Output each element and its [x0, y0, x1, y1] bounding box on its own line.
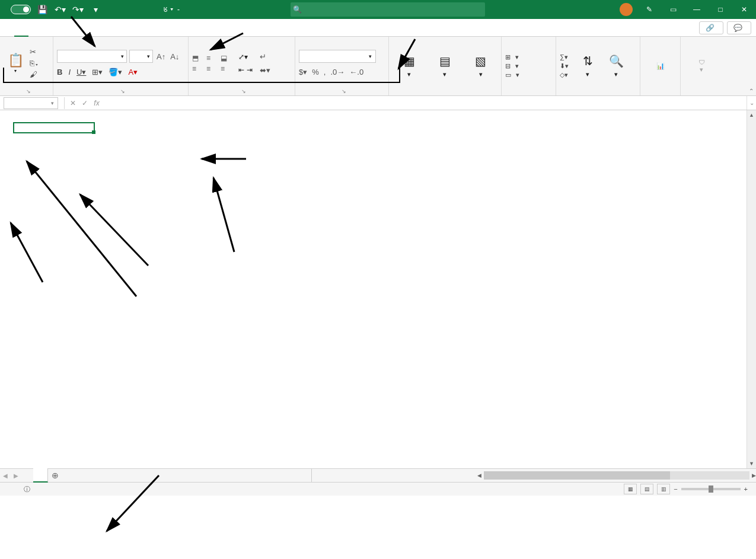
conditional-formatting-icon: ▦ — [404, 54, 415, 68]
font-dialog-icon[interactable]: ↘ — [120, 88, 125, 94]
tab-formulas[interactable] — [57, 19, 71, 37]
tab-file[interactable] — [0, 19, 14, 37]
tab-acrobat[interactable] — [128, 19, 142, 37]
accounting-format-icon[interactable]: $▾ — [299, 68, 307, 76]
clear-icon[interactable]: ◇▾ — [560, 71, 569, 79]
search-input[interactable] — [304, 5, 485, 14]
save-icon[interactable]: 💾 — [36, 3, 49, 16]
paste-button[interactable]: 📋 ▾ — [4, 53, 27, 74]
insert-cells-button[interactable]: ⊞ ▾ — [505, 53, 519, 61]
percent-format-icon[interactable]: % — [312, 68, 319, 76]
align-top-icon[interactable]: ⬒ — [192, 54, 204, 62]
decrease-indent-icon[interactable]: ⇤ — [238, 66, 244, 74]
align-left-icon[interactable]: ≡ — [192, 65, 204, 73]
search-box[interactable]: 🔍 — [291, 2, 485, 17]
copy-icon[interactable]: ⎘▾ — [30, 59, 39, 68]
tab-review[interactable] — [85, 19, 100, 37]
sensitivity-button: 🛡▾ — [684, 59, 719, 74]
fill-icon[interactable]: ⬇▾ — [560, 62, 569, 70]
decrease-font-icon[interactable]: A↓ — [169, 52, 180, 61]
sheet-tab-active[interactable] — [33, 468, 48, 483]
formula-input[interactable] — [103, 98, 747, 108]
border-button[interactable]: ⊞▾ — [92, 68, 103, 76]
number-format-combo[interactable]: ▾ — [299, 50, 376, 63]
tab-home[interactable] — [14, 19, 28, 37]
close-button[interactable]: ✕ — [732, 0, 756, 19]
align-center-icon[interactable]: ≡ — [206, 65, 218, 73]
enter-formula-icon[interactable]: ✓ — [79, 99, 91, 107]
increase-decimal-icon[interactable]: .0→ — [330, 68, 344, 76]
underline-button[interactable]: U▾ — [76, 68, 86, 76]
tab-data[interactable] — [71, 19, 85, 37]
cut-icon[interactable]: ✂ — [30, 47, 39, 56]
find-select-icon: 🔍 — [609, 54, 624, 68]
spreadsheet-grid[interactable]: ▲▼ — [0, 110, 756, 468]
font-name-combo[interactable]: ▾ — [57, 50, 127, 63]
normal-view-button[interactable]: ▦ — [624, 484, 637, 494]
redo-icon[interactable]: ↷▾ — [71, 3, 84, 16]
sheet-nav-prev-icon[interactable]: ◀ — [0, 472, 11, 479]
tab-help[interactable] — [114, 19, 128, 37]
analyze-data-button[interactable]: 📊 — [644, 62, 677, 70]
horizontal-scrollbar[interactable]: ◀ ▶ — [477, 471, 756, 480]
autosum-icon[interactable]: ∑▾ — [560, 53, 569, 61]
ribbon-display-icon[interactable]: ▭ — [661, 0, 685, 19]
minimize-button[interactable]: — — [685, 0, 709, 19]
name-box[interactable]: ▾ — [4, 97, 58, 109]
fill-handle[interactable] — [92, 130, 95, 134]
align-bottom-icon[interactable]: ⬓ — [221, 54, 232, 62]
merge-center-button[interactable]: ⬌▾ — [260, 66, 270, 75]
cell-styles-button[interactable]: ▧▾ — [464, 54, 497, 78]
font-size-combo[interactable]: ▾ — [129, 50, 153, 63]
italic-button[interactable]: I — [68, 68, 71, 76]
insert-function-icon[interactable]: fx — [91, 99, 103, 107]
clipboard-dialog-icon[interactable]: ↘ — [26, 88, 31, 94]
format-as-table-button[interactable]: ▤▾ — [428, 54, 461, 78]
maximize-button[interactable]: □ — [709, 0, 732, 19]
page-break-view-button[interactable]: ▥ — [657, 484, 670, 494]
ribbon: 📋 ▾ ✂ ⎘▾ 🖌 ↘ ▾ ▾ A↑ A↓ B I U▾ ⊞▾ — [0, 37, 756, 96]
sort-filter-icon: ⇅ — [583, 54, 593, 68]
comma-format-icon[interactable]: , — [324, 68, 326, 76]
number-dialog-icon[interactable]: ↘ — [342, 88, 346, 94]
format-painter-icon[interactable]: 🖌 — [30, 70, 39, 79]
align-right-icon[interactable]: ≡ — [221, 65, 232, 73]
status-accessibility[interactable]: ⓘ — [24, 485, 30, 494]
wrap-text-button[interactable]: ↵ — [260, 52, 270, 61]
user-avatar[interactable] — [620, 3, 633, 16]
find-select-button[interactable]: 🔍▾ — [603, 54, 629, 78]
alignment-dialog-icon[interactable]: ↘ — [241, 88, 246, 94]
zoom-slider[interactable] — [681, 488, 741, 490]
qat-customize-icon[interactable]: ▾ — [89, 3, 102, 16]
font-color-button[interactable]: A▾ — [128, 68, 138, 76]
align-middle-icon[interactable]: ≡ — [206, 54, 218, 62]
bold-button[interactable]: B — [57, 68, 62, 76]
vertical-scrollbar[interactable]: ▲▼ — [747, 110, 756, 468]
tab-page-layout[interactable] — [43, 19, 57, 37]
fill-color-button[interactable]: 🪣▾ — [109, 68, 122, 76]
increase-font-icon[interactable]: A↑ — [155, 52, 167, 61]
sort-filter-button[interactable]: ⇅▾ — [575, 54, 601, 78]
tab-insert[interactable] — [28, 19, 43, 37]
tab-view[interactable] — [100, 19, 114, 37]
collapse-ribbon-icon[interactable]: ⌃ — [749, 88, 754, 94]
increase-indent-icon[interactable]: ⇥ — [247, 66, 253, 74]
zoom-out-button[interactable]: − — [674, 485, 677, 493]
undo-icon[interactable]: ↶▾ — [53, 3, 66, 16]
autosave-toggle[interactable] — [11, 5, 31, 14]
conditional-formatting-button[interactable]: ▦▾ — [393, 54, 426, 78]
orientation-icon[interactable]: ⤢▾ — [238, 53, 253, 61]
expand-formula-bar-icon[interactable]: ⌄ — [747, 96, 756, 110]
new-sheet-button[interactable]: ⊕ — [48, 471, 62, 480]
ink-icon[interactable]: ✎ — [637, 0, 661, 19]
zoom-in-button[interactable]: + — [744, 485, 748, 493]
share-button[interactable]: 🔗 — [699, 21, 723, 34]
cancel-formula-icon[interactable]: ✕ — [67, 99, 79, 107]
share-indicator-icon: ᖉ ▾ — [164, 6, 174, 14]
format-cells-button[interactable]: ▭ ▾ — [505, 71, 519, 79]
comments-button[interactable]: 💬 — [727, 21, 751, 34]
decrease-decimal-icon[interactable]: ←.0 — [349, 68, 363, 76]
delete-cells-button[interactable]: ⊟ ▾ — [505, 62, 519, 70]
page-layout-view-button[interactable]: ▤ — [640, 484, 653, 494]
sheet-nav-next-icon[interactable]: ▶ — [11, 472, 21, 479]
